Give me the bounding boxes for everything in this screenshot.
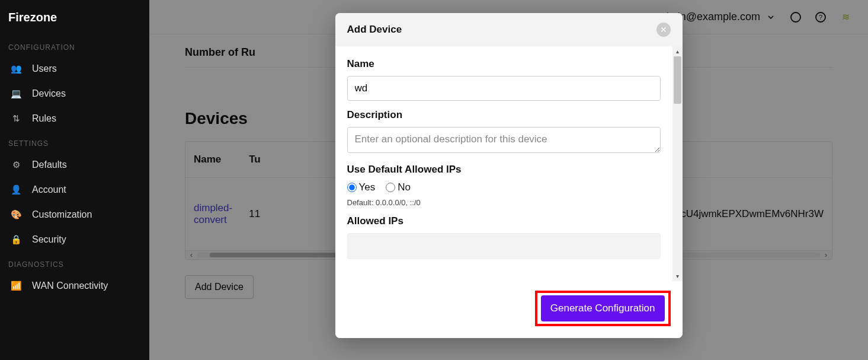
default-help-text: Default: 0.0.0.0/0, ::/0 [347,198,661,207]
sidebar-item-rules-icon: ⇅ [11,113,21,124]
radio-no[interactable]: No [386,181,411,193]
sidebar-item-devices[interactable]: 💻Devices [0,81,149,106]
sidebar-item-account-icon: 👤 [11,184,21,195]
main-area: admin@example.com ? ≋ Number of Ru Devic… [149,0,868,360]
allowed-ips-label: Allowed IPs [347,215,661,227]
radio-yes[interactable]: Yes [347,181,376,193]
use-default-radios: Yes No [347,181,661,193]
sidebar-item-label: WAN Connectivity [32,281,108,291]
description-input[interactable] [347,127,661,153]
name-label: Name [347,58,661,70]
sidebar-section-title: CONFIGURATION [0,35,149,56]
sidebar-item-users[interactable]: 👥Users [0,56,149,81]
description-label: Description [347,109,661,121]
sidebar-item-label: Users [32,63,57,74]
close-icon[interactable]: ✕ [656,23,671,37]
generate-highlight: Generate Configuration [535,291,671,326]
scroll-up-icon[interactable]: ▴ [672,46,683,56]
sidebar-item-rules[interactable]: ⇅Rules [0,106,149,131]
sidebar-item-security[interactable]: 🔒Security [0,227,149,252]
modal-title: Add Device [347,24,402,36]
sidebar-item-wan[interactable]: 📶WAN Connectivity [0,273,149,298]
v-scroll-thumb[interactable] [674,56,681,104]
sidebar-section-title: SETTINGS [0,131,149,152]
sidebar-item-users-icon: 👥 [11,63,21,74]
allowed-ips-input [347,233,661,259]
scroll-down-icon[interactable]: ▾ [672,271,683,281]
sidebar-item-customization-icon: 🎨 [11,209,21,220]
sidebar-item-defaults[interactable]: ⚙Defaults [0,152,149,177]
sidebar-item-label: Devices [32,88,66,99]
sidebar-item-label: Customization [32,209,92,220]
sidebar-item-label: Rules [32,113,56,124]
modal-body: Name Description Use Default Allowed IPs… [335,46,672,281]
radio-no-input[interactable] [386,183,395,192]
sidebar-item-devices-icon: 💻 [11,88,21,99]
sidebar-item-label: Account [32,184,66,195]
sidebar-item-label: Security [32,234,66,245]
sidebar-item-customization[interactable]: 🎨Customization [0,202,149,227]
sidebar-item-defaults-icon: ⚙ [11,160,21,170]
sidebar-item-security-icon: 🔒 [11,234,21,245]
add-device-modal: Add Device ✕ Name Description Use Defaul… [335,13,683,338]
sidebar-item-account[interactable]: 👤Account [0,177,149,202]
radio-yes-input[interactable] [347,183,357,192]
name-input[interactable] [347,76,661,101]
sidebar-item-label: Defaults [32,160,67,170]
brand-logo: Firezone [0,0,149,35]
use-default-label: Use Default Allowed IPs [347,164,661,176]
v-scrollbar[interactable]: ▴ ▾ [672,46,683,281]
sidebar-item-wan-icon: 📶 [11,281,21,291]
sidebar-section-title: DIAGNOSTICS [0,252,149,273]
modal-footer: Generate Configuration [335,281,683,338]
sidebar: Firezone CONFIGURATION👥Users💻Devices⇅Rul… [0,0,149,360]
modal-header: Add Device ✕ [335,13,683,46]
generate-config-button[interactable]: Generate Configuration [541,295,665,321]
